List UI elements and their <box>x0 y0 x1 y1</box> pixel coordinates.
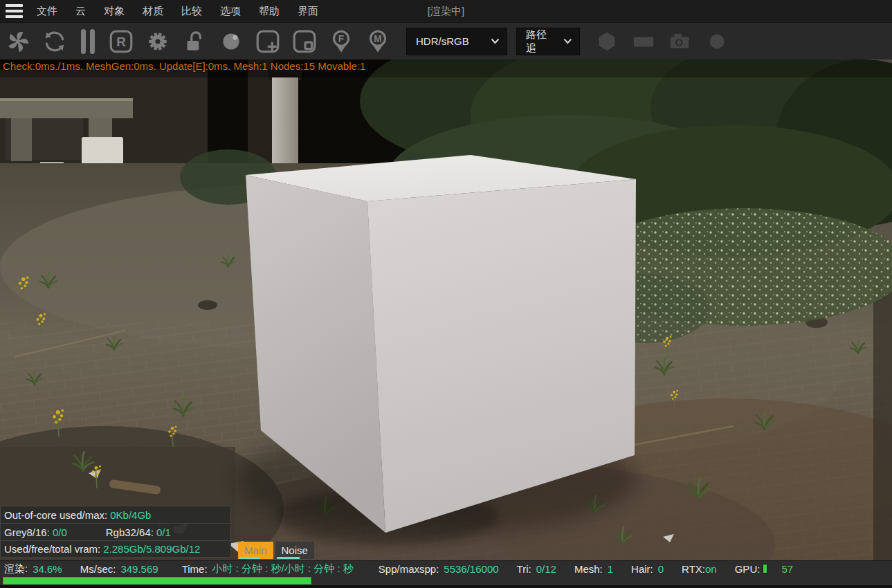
menu-material[interactable]: 材质 <box>134 1 172 21</box>
hair-label: Hair: <box>631 563 653 575</box>
region-clear-icon[interactable] <box>291 28 318 55</box>
tab-main[interactable]: Main <box>238 542 273 559</box>
octane-render-window: 文件 云 对象 材质 比较 选项 帮助 界面 [渲染中] <box>0 0 892 588</box>
tab-noise[interactable]: Noise <box>275 542 314 559</box>
focus-glyph: F <box>338 34 344 44</box>
focus-picker-icon[interactable]: F <box>327 28 355 55</box>
mssec-label: Ms/sec: <box>80 563 116 575</box>
out-of-core-label: Out-of-core used/max: <box>4 509 107 521</box>
mesh-group: Mesh: 1 <box>574 563 613 575</box>
kernel-dropdown[interactable]: 路径追 <box>516 28 580 55</box>
render-label: 渲染: <box>4 562 28 576</box>
rgb-label: Rgb32/64: <box>106 526 154 538</box>
time-group: Time: 小时 : 分钟 : 秒/小时 : 分钟 : 秒 <box>182 562 354 576</box>
vram-value: 2.285Gb/5.809Gb/12 <box>103 543 200 555</box>
environment-photo <box>0 59 892 560</box>
mssec-value: 349.569 <box>120 563 158 575</box>
grey-value: 0/0 <box>53 526 67 538</box>
film-icon[interactable] <box>630 28 657 55</box>
bottom-strip <box>0 585 892 588</box>
rgb-value: 0/1 <box>156 526 171 538</box>
menu-help[interactable]: 帮助 <box>250 1 289 21</box>
pause-icon[interactable] <box>78 28 98 55</box>
rtx-label: RTX: <box>682 563 705 575</box>
chevron-down-icon <box>563 38 572 44</box>
restart-glyph: R <box>116 34 126 48</box>
spp-group: Spp/maxspp: 5536/16000 <box>379 563 499 575</box>
display-mode-value: HDR/sRGB <box>416 35 469 47</box>
menu-file[interactable]: 文件 <box>28 1 66 21</box>
menu-cloud[interactable]: 云 <box>66 1 95 21</box>
debug-stats-line: Check:0ms./1ms. MeshGen:0ms. Update[E]:0… <box>3 60 365 72</box>
gpu-group: GPU: 57 <box>735 563 793 575</box>
chevron-down-icon <box>491 38 500 44</box>
vram-label: Used/free/total vram: <box>4 543 100 555</box>
tri-value: 0/12 <box>536 563 556 575</box>
grey-label: Grey8/16: <box>4 526 50 538</box>
time-value: 小时 : 分钟 : 秒/小时 : 分钟 : 秒 <box>212 562 354 576</box>
gpu-meter-icon <box>763 564 767 573</box>
status-bar: 渲染: 34.6% Ms/sec: 349.569 Time: 小时 : 分钟 … <box>0 560 892 576</box>
gpu-value: 57 <box>781 563 793 575</box>
render-pass-tabs: Main Noise <box>238 542 314 559</box>
mesh-label: Mesh: <box>574 563 603 575</box>
material-ball-icon[interactable] <box>217 28 245 55</box>
tab-noise-label: Noise <box>282 544 308 556</box>
vram-stats-overlay: Out-of-core used/max: 0Kb/4Gb Grey8/16: … <box>0 506 231 558</box>
fan-icon[interactable] <box>4 28 32 55</box>
display-mode-dropdown[interactable]: HDR/sRGB <box>406 28 507 55</box>
render-progress-group: 渲染: 34.6% <box>4 562 62 576</box>
hair-group: Hair: 0 <box>631 563 664 575</box>
render-value: 34.6% <box>33 563 62 575</box>
unlock-icon[interactable] <box>181 28 208 55</box>
render-progress-track <box>0 576 892 585</box>
out-of-core-row: Out-of-core used/max: 0Kb/4Gb <box>0 506 231 523</box>
kernel-value: 路径追 <box>526 28 556 55</box>
tab-underline <box>239 557 260 559</box>
tri-group: Tri: 0/12 <box>517 563 556 575</box>
settings-gear-icon[interactable] <box>144 28 172 55</box>
region-add-icon[interactable] <box>254 28 282 55</box>
menu-compare[interactable]: 比较 <box>172 1 211 21</box>
gpu-label: GPU: <box>735 563 761 575</box>
rtx-value: on <box>705 563 717 575</box>
hair-value: 0 <box>658 563 664 575</box>
tri-label: Tri: <box>517 563 531 575</box>
restart-render-icon[interactable]: R <box>107 28 135 55</box>
camera-icon[interactable] <box>666 28 694 55</box>
hexagon-icon[interactable] <box>593 28 621 55</box>
material-glyph: M <box>374 34 381 44</box>
menu-options[interactable]: 选项 <box>211 1 250 21</box>
toolbar: R <box>0 22 892 59</box>
rtx-group: RTX: on <box>682 563 717 575</box>
render-progress-bar <box>3 577 311 585</box>
sphere-icon[interactable] <box>703 28 731 55</box>
mesh-value: 1 <box>608 563 613 575</box>
texture-stats-row: Grey8/16: 0/0 Rgb32/64: 0/1 <box>0 523 231 540</box>
tab-main-label: Main <box>244 544 267 556</box>
menu-interface[interactable]: 界面 <box>289 1 327 21</box>
menu-bar: 文件 云 对象 材质 比较 选项 帮助 界面 [渲染中] <box>0 0 892 22</box>
menu-object[interactable]: 对象 <box>95 1 134 21</box>
material-picker-icon[interactable]: M <box>364 28 392 55</box>
spp-label: Spp/maxspp: <box>379 563 439 575</box>
out-of-core-value: 0Kb/4Gb <box>110 509 151 521</box>
spp-value: 5536/16000 <box>444 563 498 575</box>
refresh-icon[interactable] <box>41 28 69 55</box>
hamburger-menu-icon[interactable] <box>0 0 28 22</box>
time-label: Time: <box>182 563 208 575</box>
mssec-group: Ms/sec: 349.569 <box>80 563 158 575</box>
toolbar-right-group <box>593 28 731 55</box>
render-viewport[interactable]: Check:0ms./1ms. MeshGen:0ms. Update[E]:0… <box>0 59 892 560</box>
vram-row: Used/free/total vram: 2.285Gb/5.809Gb/12 <box>0 540 231 558</box>
tab-underline <box>277 557 300 559</box>
